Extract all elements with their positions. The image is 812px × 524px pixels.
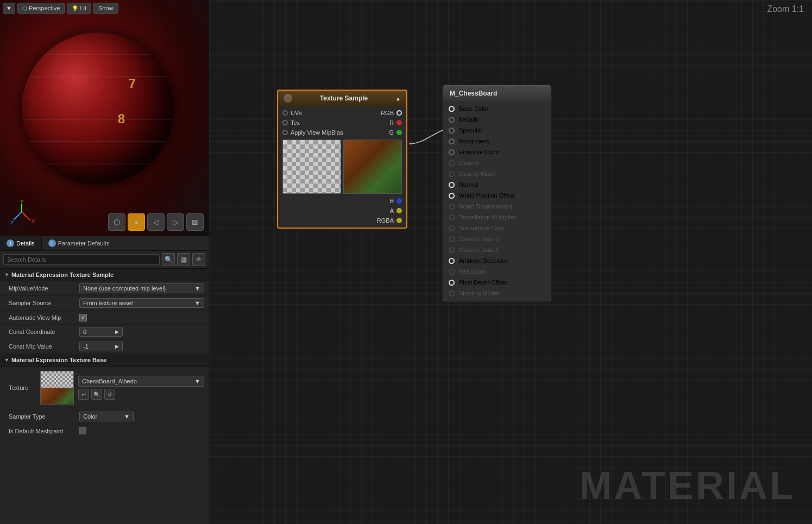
- svg-line-0: [14, 212, 22, 220]
- chess-pin-specular-label: Specular: [459, 127, 482, 134]
- pin-row-b: B: [278, 196, 406, 206]
- details-tab-icon: i: [7, 239, 14, 247]
- show-button[interactable]: Show: [93, 3, 118, 14]
- lit-label: Lit: [80, 5, 86, 11]
- search-button[interactable]: 🔍: [162, 253, 175, 266]
- viewport-icon-5[interactable]: ⊠: [186, 213, 204, 231]
- texture-search-button[interactable]: 🔍: [91, 389, 102, 400]
- section-texture-base-label: Material Expression Texture Base: [11, 357, 106, 363]
- details-panel: i Details i Parameter Defaults 🔍 ▦ 👁: [0, 236, 209, 524]
- eye-icon: 👁: [196, 256, 202, 263]
- info-icon: i: [10, 241, 11, 246]
- viewport-icon-4-symbol: ▷: [173, 218, 179, 226]
- search-input[interactable]: [3, 254, 160, 265]
- zoom-indicator: Zoom 1:1: [767, 4, 804, 14]
- grid-view-button[interactable]: ▦: [177, 253, 190, 266]
- tab-details[interactable]: i Details: [0, 236, 42, 250]
- chess-pin-base-color: Base Color: [443, 103, 551, 114]
- texture-reset-button[interactable]: ↺: [104, 389, 115, 400]
- perspective-button[interactable]: ⬡ Perspective: [17, 3, 65, 14]
- chess-pin-sm-circle: [449, 291, 455, 296]
- pin-mipbias-left: Apply View MipBias: [282, 129, 343, 136]
- chess-pin-ao-label: Ambient Occlusion: [459, 257, 509, 264]
- chess-pin-pixel-depth: Pixel Depth Offset: [443, 277, 551, 288]
- texture-sample-node[interactable]: Texture Sample ▲ UVs RGB Tex: [277, 90, 407, 229]
- chess-pin-world-position-offset: World Position Offset: [443, 190, 551, 201]
- sampler-type-value: Color ▼: [79, 412, 204, 421]
- chess-pin-tess-label: Tessellation Multiplier: [459, 214, 516, 220]
- ball-lines: [22, 33, 174, 185]
- chess-pin-base-color-label: Base Color: [459, 105, 488, 112]
- const-mip-value-text: -1: [83, 343, 89, 350]
- is-default-meshpaint-label: Is Default Meshpaint: [9, 428, 79, 434]
- texture-name-dropdown[interactable]: ChessBoard_Albedo ▼: [78, 376, 204, 387]
- chess-pin-cd0-label: Custom Data 0: [459, 236, 499, 242]
- viewport-icon-5-symbol: ⊠: [192, 218, 198, 226]
- preview-texture-half: [343, 140, 402, 194]
- zoom-label: Zoom 1:1: [767, 4, 804, 14]
- pin-b-right: B: [390, 198, 402, 204]
- svg-line-1: [22, 212, 30, 220]
- chess-pin-emissive: Emissive Color: [443, 147, 551, 157]
- chess-pin-opacity-label: Opacity: [459, 160, 479, 166]
- chess-pin-subsurface-circle: [449, 225, 455, 231]
- sampler-source-dropdown[interactable]: From texture asset ▼: [79, 298, 204, 308]
- chess-pin-opacity-mask: Opacity Mask: [443, 168, 551, 179]
- auto-view-mip-label: Automatic View Mip: [9, 314, 79, 321]
- pin-a-circle: [396, 208, 402, 213]
- chess-pin-pdo-circle: [449, 280, 455, 286]
- const-coordinate-input[interactable]: 0 ▶: [79, 327, 123, 337]
- viewport-icon-1-symbol: ⬡: [114, 218, 120, 226]
- chess-pin-opacity-mask-circle: [449, 171, 455, 177]
- chess-board-node[interactable]: M_ChessBoard Base Color Metallic Specula…: [443, 85, 551, 301]
- pin-g-label: G: [389, 129, 394, 136]
- chess-pin-custom-data-1: Custom Data 1: [443, 244, 551, 255]
- auto-view-mip-checkbox[interactable]: [79, 314, 87, 321]
- viewport-icon-2[interactable]: ●: [128, 213, 145, 231]
- pin-mipbias-label: Apply View MipBias: [291, 129, 343, 136]
- section-texture-sample[interactable]: ▼ Material Expression Texture Sample: [0, 269, 209, 281]
- material-watermark: MATERIAL: [579, 463, 796, 508]
- chess-pin-subsurface-label: Subsurface Color: [459, 225, 505, 231]
- chess-pin-opacity-circle: [449, 160, 455, 166]
- chess-pin-cd1-circle: [449, 247, 455, 253]
- tab-parameter-defaults[interactable]: i Parameter Defaults: [42, 236, 117, 250]
- chess-pin-cd0-circle: [449, 236, 455, 242]
- viewport-bottom-icons: ⬡ ● ◁ ▷ ⊠: [108, 213, 204, 231]
- mip-value-mode-dropdown[interactable]: None (use computed mip level) ▼: [79, 283, 204, 293]
- pin-uvs-left: UVs: [282, 110, 302, 116]
- pin-r-circle: [396, 120, 402, 125]
- const-mip-value-input[interactable]: -1 ▶: [79, 342, 123, 351]
- pin-r-label: R: [389, 119, 394, 126]
- texture-sample-title: Texture Sample: [320, 94, 368, 102]
- viewport-icon-3[interactable]: ◁: [147, 213, 165, 231]
- texture-search-icon: 🔍: [93, 392, 100, 397]
- mip-value-mode-text: None (use computed mip level): [83, 285, 166, 292]
- viewport-icon-2-symbol: ●: [134, 218, 139, 226]
- viewport-icon-1[interactable]: ⬡: [108, 213, 125, 231]
- node-collapse-icon[interactable]: ▲: [395, 96, 401, 102]
- mip-value-mode-chevron: ▼: [194, 285, 200, 292]
- section-texture-base[interactable]: ▼ Material Expression Texture Base: [0, 354, 209, 367]
- lit-button[interactable]: 💡 Lit: [67, 3, 91, 14]
- chess-pin-refraction-circle: [449, 269, 455, 275]
- sampler-type-dropdown[interactable]: Color ▼: [79, 412, 134, 421]
- texture-back-button[interactable]: ↩: [78, 389, 89, 400]
- viewport-menu-button[interactable]: ▼: [3, 3, 15, 14]
- eye-button[interactable]: 👁: [192, 253, 205, 266]
- sampler-source-label: Sampler Source: [9, 300, 79, 306]
- texture-thumb-top: [41, 371, 73, 388]
- pin-r-right: R: [389, 119, 402, 126]
- texture-thumb-bottom: [41, 388, 73, 404]
- chess-pin-tess-circle: [449, 214, 455, 220]
- section-texture-sample-label: Material Expression Texture Sample: [11, 272, 114, 278]
- pin-tex-circle: [282, 120, 288, 125]
- pin-g-right: G: [389, 129, 402, 136]
- is-default-meshpaint-checkbox[interactable]: [79, 427, 86, 434]
- chess-pin-custom-data-0: Custom Data 0: [443, 233, 551, 244]
- tab-details-label: Details: [16, 240, 35, 247]
- viewport-icon-4[interactable]: ▷: [167, 213, 184, 231]
- prop-mip-value-mode: MipValueMode None (use computed mip leve…: [0, 281, 209, 296]
- chess-pin-wd-circle: [449, 204, 455, 210]
- texture-sample-node-header: Texture Sample ▲: [278, 91, 406, 106]
